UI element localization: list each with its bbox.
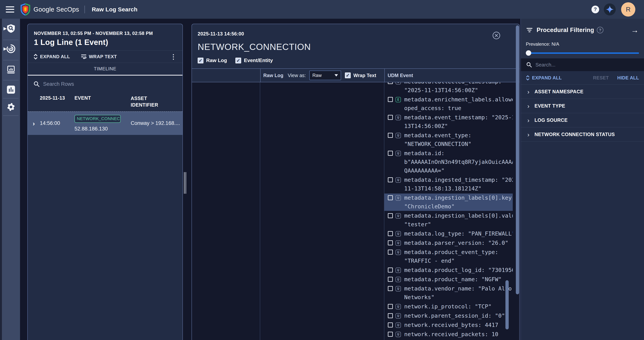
row-checkbox[interactable] bbox=[388, 277, 393, 282]
nav-rail: ▶ ▶ bbox=[0, 19, 20, 340]
view-as-select[interactable]: Raw bbox=[309, 71, 341, 80]
udm-row[interactable]: Umetadata.log_type: "PAN_FIREWALL" bbox=[384, 229, 513, 238]
udm-line: b"AAAAAInOnN3n49tq8R7yjakOuicAAAAAAA bbox=[404, 158, 513, 166]
raw-log-column bbox=[260, 82, 384, 340]
udm-row[interactable]: Unetwork.received_bytes: 4417 bbox=[384, 321, 513, 329]
row-expand-chevron-icon[interactable]: › bbox=[28, 120, 40, 127]
row-checkbox[interactable] bbox=[388, 250, 393, 255]
udm-line: metadata.collected_timestamp: bbox=[404, 82, 513, 86]
raw-log-checkbox[interactable]: ✓ Raw Log bbox=[198, 57, 227, 63]
udm-row[interactable]: Unetwork.ip_protocol: "TCP" bbox=[384, 302, 513, 311]
slider-thumb[interactable] bbox=[526, 50, 531, 56]
udm-line: metadata.enrichment_labels.allowed_sc bbox=[404, 95, 513, 104]
udm-tag-icon: U bbox=[396, 286, 401, 291]
row-checkbox[interactable] bbox=[388, 82, 393, 84]
rail-divider bbox=[3, 80, 18, 80]
udm-row[interactable]: Umetadata.ingestion_labels[0].key:"Chron… bbox=[384, 194, 513, 211]
row-checkbox[interactable] bbox=[388, 332, 393, 337]
row-checkbox[interactable] bbox=[388, 240, 393, 245]
more-vertical-icon[interactable]: ⋮ bbox=[170, 53, 177, 61]
filter-section-log-source[interactable]: ›LOG SOURCE bbox=[521, 113, 644, 127]
menu-icon[interactable] bbox=[6, 6, 14, 13]
event-type-badge[interactable]: NETWORK_CONNECTION bbox=[74, 115, 121, 123]
column-event[interactable]: EVENT bbox=[74, 95, 126, 108]
row-checkbox[interactable] bbox=[388, 151, 393, 156]
column-date[interactable]: 2025-11-13 bbox=[28, 95, 74, 108]
udm-scrollbar[interactable] bbox=[506, 280, 509, 329]
nav-dashboards[interactable] bbox=[2, 65, 20, 74]
view-as-label: View as: bbox=[288, 73, 306, 78]
udm-row[interactable]: Umetadata.product_name: "NGFW" bbox=[384, 275, 513, 284]
nav-settings[interactable] bbox=[2, 103, 20, 111]
udm-row[interactable]: Umetadata.ingested_timestamp: "2025-11-1… bbox=[384, 176, 513, 193]
udm-row[interactable]: Unetwork.received_packets: 10 bbox=[384, 330, 513, 339]
arrow-right-icon[interactable]: → bbox=[631, 26, 638, 35]
detail-toolbar: Raw Log View as: Raw ✓ Wrap Text UDM Eve… bbox=[192, 68, 519, 82]
udm-row[interactable]: Umetadata.event_type:"NETWORK_CONNECTION… bbox=[384, 131, 513, 148]
filter-panel-header: Procedural Filtering ? → bbox=[521, 19, 644, 42]
row-checkbox[interactable] bbox=[388, 133, 393, 138]
expand-arrow-icon[interactable]: ▶ bbox=[4, 26, 7, 31]
reset-button[interactable]: RESET bbox=[593, 75, 609, 81]
wrap-text-button[interactable]: WRAP TEXT bbox=[81, 54, 117, 59]
nav-detections[interactable]: ▶ bbox=[2, 44, 20, 53]
filter-section-asset-namespace[interactable]: ›ASSET NAMESPACE bbox=[521, 85, 644, 99]
udm-row[interactable]: Emetadata.enrichment_labels.allowed_scop… bbox=[384, 95, 513, 113]
row-event: NETWORK_CONNECTION 52.88.186.130 bbox=[74, 115, 126, 132]
filter-actions: EXPAND ALL RESET HIDE ALL bbox=[521, 71, 644, 85]
udm-row[interactable]: Umetadata.parser_version: "26.0" bbox=[384, 239, 513, 247]
column-asset-identifier[interactable]: ASSET IDENTIFIER bbox=[126, 95, 182, 108]
udm-field-list: Umetadata.collected_timestamp:"2025-11-1… bbox=[384, 82, 513, 340]
udm-row[interactable]: Unetwork.sent_bytes: 1520 bbox=[384, 339, 513, 340]
row-checkbox[interactable] bbox=[388, 97, 393, 102]
row-checkbox[interactable] bbox=[388, 177, 393, 182]
row-checkbox[interactable] bbox=[388, 304, 393, 309]
nav-reports[interactable] bbox=[2, 85, 20, 94]
row-checkbox[interactable] bbox=[388, 231, 393, 236]
row-checkbox[interactable] bbox=[388, 213, 393, 218]
filter-section-network-connection-status[interactable]: ›NETWORK CONNECTION STATUS bbox=[521, 127, 644, 142]
udm-line: metadata.product_log_id: "73019560" bbox=[404, 266, 513, 274]
nav-investigation[interactable]: ▶ bbox=[2, 24, 20, 33]
udm-row[interactable]: Umetadata.id:b"AAAAAInOnN3n49tq8R7yjakOu… bbox=[384, 149, 513, 175]
help-icon[interactable]: ? bbox=[597, 27, 604, 33]
row-checkbox[interactable] bbox=[388, 115, 393, 120]
avatar[interactable]: R bbox=[621, 2, 635, 17]
column-divider bbox=[260, 69, 260, 82]
panel-resize-handle[interactable] bbox=[184, 172, 186, 194]
row-checkbox[interactable] bbox=[388, 195, 393, 200]
row-checkbox[interactable] bbox=[388, 268, 393, 273]
panel-scrollbar[interactable] bbox=[516, 26, 519, 294]
udm-row[interactable]: Umetadata.collected_timestamp:"2025-11-1… bbox=[384, 82, 513, 95]
expand-all-button[interactable]: EXPAND ALL bbox=[526, 75, 562, 81]
prevalence-slider[interactable] bbox=[526, 50, 639, 56]
udm-row[interactable]: Umetadata.vendor_name: "Palo AltoNetwork… bbox=[384, 284, 513, 302]
filter-section-label: NETWORK CONNECTION STATUS bbox=[534, 132, 615, 137]
close-icon[interactable] bbox=[492, 31, 500, 40]
event-entity-checkbox[interactable]: ✓ Event/Entity bbox=[236, 57, 273, 63]
udm-field-text: metadata.ingestion_labels[0].key:"Chroni… bbox=[404, 194, 513, 211]
tab-timeline[interactable]: TIMELINE bbox=[28, 63, 182, 76]
row-checkbox[interactable] bbox=[388, 322, 393, 327]
udm-row[interactable]: Umetadata.product_event_type:"TRAFFIC - … bbox=[384, 248, 513, 265]
udm-row[interactable]: Umetadata.event_timestamp: "2025-11-13T1… bbox=[384, 113, 513, 130]
help-icon[interactable]: ? bbox=[592, 6, 599, 13]
gemini-sparkle-icon[interactable] bbox=[604, 4, 616, 16]
search-rows-input[interactable] bbox=[43, 81, 177, 87]
udm-field-text: metadata.parser_version: "26.0" bbox=[404, 239, 513, 247]
table-row[interactable]: › 14:56:00 NETWORK_CONNECTION 52.88.186.… bbox=[28, 111, 182, 135]
filter-section-event-type[interactable]: ›EVENT TYPE bbox=[521, 99, 644, 113]
udm-field-text: metadata.vendor_name: "Palo AltoNetworks… bbox=[404, 284, 513, 302]
expand-all-button[interactable]: EXPAND ALL bbox=[34, 54, 70, 60]
row-checkbox[interactable] bbox=[388, 286, 393, 291]
expand-arrow-icon[interactable]: ▶ bbox=[4, 46, 7, 51]
rail-divider bbox=[3, 115, 18, 116]
hide-all-button[interactable]: HIDE ALL bbox=[617, 75, 639, 81]
filter-search-input[interactable] bbox=[536, 62, 638, 68]
wrap-text-checkbox[interactable]: ✓ Wrap Text bbox=[345, 69, 376, 82]
udm-row[interactable]: Umetadata.product_log_id: "73019560" bbox=[384, 266, 513, 274]
udm-row[interactable]: Umetadata.ingestion_labels[0].value:"tes… bbox=[384, 212, 513, 229]
udm-row[interactable]: Unetwork.parent_session_id: "0" bbox=[384, 311, 513, 320]
row-checkbox[interactable] bbox=[388, 313, 393, 318]
row-event-ip: 52.88.186.130 bbox=[74, 126, 126, 132]
